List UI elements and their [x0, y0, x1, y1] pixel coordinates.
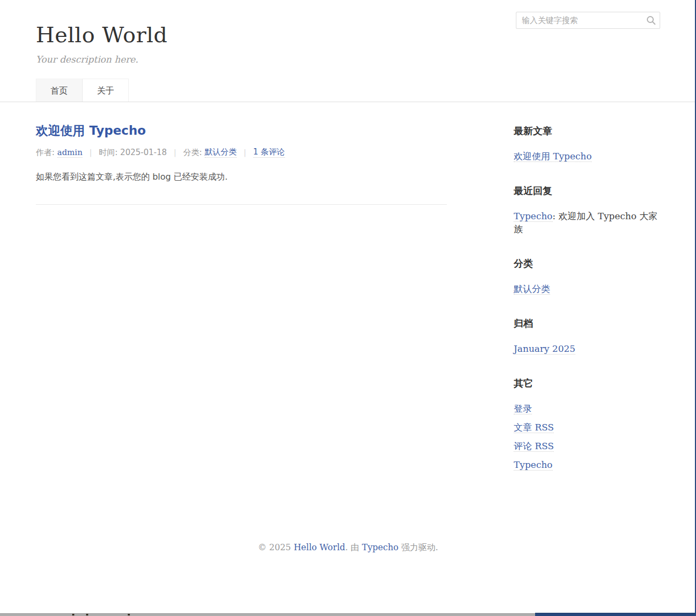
- widget-misc: 其它 登录 文章 RSS 评论 RSS Typecho: [514, 377, 660, 471]
- category-label: 分类:: [183, 148, 202, 158]
- list-item: 登录: [514, 402, 660, 415]
- content-area: 欢迎使用 Typecho 作者: admin | 时间: 2025-01-18 …: [36, 122, 660, 493]
- post-title-link[interactable]: 欢迎使用 Typecho: [36, 122, 447, 139]
- site-header: Hello World Your description here.: [36, 0, 660, 65]
- footer-site-link[interactable]: Hello World: [293, 542, 345, 552]
- comments-link[interactable]: 1 条评论: [253, 147, 285, 158]
- list-item: Typecho: [514, 458, 660, 471]
- archive-link[interactable]: January 2025: [514, 343, 575, 355]
- widget-categories: 分类 默认分类: [514, 257, 660, 295]
- footer-mid-text: . 由: [345, 542, 362, 552]
- post-meta: 作者: admin | 时间: 2025-01-18 | 分类: 默认分类 | …: [36, 147, 447, 158]
- author-label: 作者:: [36, 148, 55, 158]
- comment-author-link[interactable]: Typecho: [514, 211, 553, 222]
- footer-suffix-text: 强力驱动.: [398, 542, 438, 552]
- meta-separator: |: [244, 148, 246, 157]
- search-icon[interactable]: [646, 16, 656, 25]
- widget-archives: 归档 January 2025: [514, 317, 660, 355]
- search-box: [516, 12, 660, 29]
- list-item: 欢迎使用 Typecho: [514, 150, 660, 163]
- taskbar-strip: [0, 613, 535, 616]
- post-time: 时间: 2025-01-18: [99, 148, 167, 158]
- post-body: 如果您看到这篇文章,表示您的 blog 已经安装成功.: [36, 171, 447, 183]
- list-item: January 2025: [514, 342, 660, 355]
- widget-recent-posts: 最新文章 欢迎使用 Typecho: [514, 125, 660, 163]
- posts-rss-link[interactable]: 文章 RSS: [514, 422, 554, 433]
- meta-separator: |: [89, 148, 92, 157]
- widget-title: 最近回复: [514, 184, 660, 197]
- search-input[interactable]: [516, 12, 660, 29]
- main-navigation: 首页 关于: [0, 79, 696, 102]
- list-item: Typecho: 欢迎加入 Typecho 大家族: [514, 210, 660, 235]
- widget-title: 最新文章: [514, 125, 660, 137]
- category-list-link[interactable]: 默认分类: [514, 283, 550, 295]
- site-description: Your description here.: [36, 54, 660, 65]
- comments-rss-link[interactable]: 评论 RSS: [514, 441, 554, 452]
- widget-title: 其它: [514, 377, 660, 390]
- list-item: 文章 RSS: [514, 421, 660, 434]
- recent-post-link[interactable]: 欢迎使用 Typecho: [514, 151, 592, 162]
- post: 欢迎使用 Typecho 作者: admin | 时间: 2025-01-18 …: [36, 122, 447, 183]
- widget-recent-comments: 最近回复 Typecho: 欢迎加入 Typecho 大家族: [514, 184, 660, 235]
- list-item: 评论 RSS: [514, 440, 660, 452]
- page-header-area: Hello World Your description here.: [36, 0, 660, 65]
- taskbar-dot: [72, 614, 74, 615]
- author-link[interactable]: admin: [57, 148, 82, 158]
- copyright-text: © 2025: [258, 542, 293, 552]
- footer-engine-link[interactable]: Typecho: [362, 542, 398, 552]
- nav-tab-home[interactable]: 首页: [36, 79, 82, 102]
- typecho-link[interactable]: Typecho: [514, 459, 553, 471]
- taskbar-dot: [86, 614, 88, 615]
- list-item: 默认分类: [514, 282, 660, 295]
- login-link[interactable]: 登录: [514, 403, 532, 414]
- category-link[interactable]: 默认分类: [205, 147, 237, 158]
- sidebar: 最新文章 欢迎使用 Typecho 最近回复 Typecho: 欢迎加入 Typ…: [514, 122, 660, 493]
- taskbar-strip-accent: [535, 613, 696, 616]
- nav-tab-about[interactable]: 关于: [82, 79, 129, 102]
- post-list: 欢迎使用 Typecho 作者: admin | 时间: 2025-01-18 …: [36, 122, 447, 493]
- post-divider: [36, 204, 447, 205]
- taskbar-dot: [128, 614, 130, 615]
- nav-tabs: 首页 关于: [36, 79, 660, 102]
- site-footer: © 2025 Hello World. 由 Typecho 强力驱动.: [36, 542, 660, 553]
- widget-title: 归档: [514, 317, 660, 330]
- widget-title: 分类: [514, 257, 660, 270]
- meta-separator: |: [174, 148, 176, 157]
